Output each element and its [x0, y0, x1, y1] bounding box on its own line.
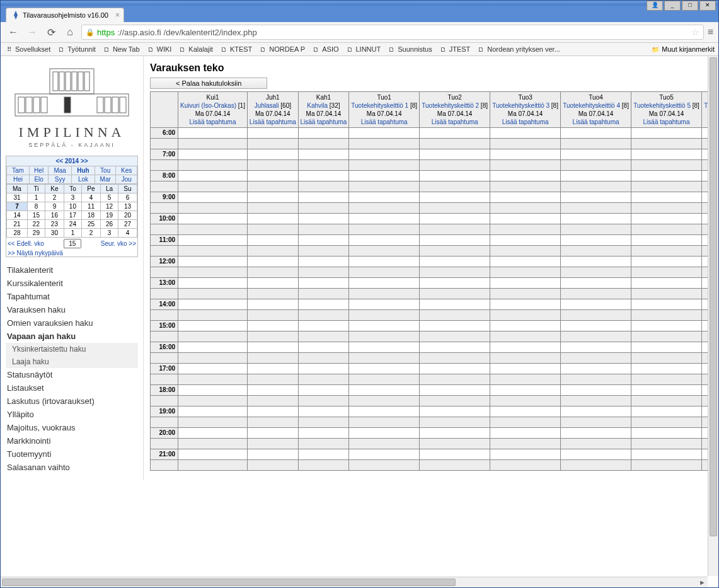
time-slot[interactable] — [631, 439, 702, 449]
time-slot[interactable] — [349, 139, 420, 149]
room-header[interactable]: Juh1Juhlasali [60]Ma 07.04.14Lisää tapah… — [248, 92, 299, 128]
time-slot[interactable] — [631, 182, 702, 192]
day-cell[interactable]: 29 — [27, 229, 45, 238]
time-slot[interactable] — [349, 331, 420, 342]
day-cell[interactable]: 5 — [100, 193, 118, 202]
room-header[interactable]: Tuo4Tuotekehityskeittiö 4 [8]Ma 07.04.14… — [561, 92, 631, 128]
time-slot[interactable] — [349, 310, 420, 321]
nav-item[interactable]: Laaja haku — [6, 355, 138, 368]
time-slot[interactable] — [490, 417, 561, 428]
time-slot[interactable] — [349, 406, 420, 417]
time-slot[interactable] — [248, 267, 299, 278]
time-slot[interactable] — [561, 310, 631, 321]
time-slot[interactable] — [298, 257, 349, 267]
time-slot[interactable] — [490, 396, 561, 406]
time-slot[interactable] — [178, 235, 248, 246]
time-slot[interactable] — [631, 192, 702, 203]
time-slot[interactable] — [490, 278, 561, 289]
time-slot[interactable] — [631, 257, 702, 267]
time-slot[interactable] — [349, 289, 420, 299]
bookmark-item[interactable]: ⠿Sovellukset — [4, 45, 50, 54]
time-slot[interactable] — [349, 214, 420, 224]
time-slot[interactable] — [298, 310, 349, 321]
time-slot[interactable] — [631, 385, 702, 396]
day-cell[interactable]: 11 — [81, 202, 100, 211]
time-slot[interactable] — [631, 428, 702, 439]
day-cell[interactable]: 19 — [100, 211, 118, 220]
time-slot[interactable] — [490, 160, 561, 171]
time-slot[interactable] — [178, 374, 248, 385]
time-slot[interactable] — [561, 149, 631, 160]
day-cell[interactable]: 30 — [45, 229, 64, 238]
time-slot[interactable] — [178, 278, 248, 289]
time-slot[interactable] — [420, 160, 490, 171]
time-slot[interactable] — [349, 246, 420, 257]
day-cell[interactable]: 31 — [7, 193, 28, 202]
time-slot[interactable] — [248, 439, 299, 449]
day-cell[interactable]: 6 — [118, 193, 137, 202]
time-slot[interactable] — [298, 449, 349, 460]
time-slot[interactable] — [248, 182, 299, 192]
time-slot[interactable] — [420, 299, 490, 310]
time-slot[interactable] — [349, 428, 420, 439]
time-slot[interactable] — [420, 342, 490, 353]
time-slot[interactable] — [349, 342, 420, 353]
time-slot[interactable] — [349, 449, 420, 460]
time-slot[interactable] — [248, 331, 299, 342]
month-cell[interactable]: Syy — [49, 175, 72, 184]
time-slot[interactable] — [298, 396, 349, 406]
time-slot[interactable] — [298, 128, 349, 139]
time-slot[interactable] — [349, 299, 420, 310]
time-slot[interactable] — [561, 385, 631, 396]
time-slot[interactable] — [349, 374, 420, 385]
time-slot[interactable] — [561, 182, 631, 192]
time-slot[interactable] — [178, 149, 248, 160]
time-slot[interactable] — [420, 214, 490, 224]
time-slot[interactable] — [420, 396, 490, 406]
time-slot[interactable] — [178, 257, 248, 267]
time-slot[interactable] — [178, 321, 248, 331]
room-header[interactable]: Kah1Kahvila [32]Ma 07.04.14Lisää tapahtu… — [298, 92, 349, 128]
time-slot[interactable] — [561, 203, 631, 214]
time-slot[interactable] — [248, 321, 299, 331]
month-cell[interactable]: Kes — [116, 166, 137, 175]
time-slot[interactable] — [420, 353, 490, 364]
address-bar[interactable]: 🔒 https://asp.asio.fi/dev/kalenterit2/in… — [81, 25, 704, 40]
time-slot[interactable] — [420, 182, 490, 192]
time-slot[interactable] — [178, 331, 248, 342]
time-slot[interactable] — [490, 428, 561, 439]
time-slot[interactable] — [420, 310, 490, 321]
time-slot[interactable] — [561, 171, 631, 182]
time-slot[interactable] — [490, 182, 561, 192]
time-slot[interactable] — [420, 374, 490, 385]
time-slot[interactable] — [420, 128, 490, 139]
time-slot[interactable] — [298, 374, 349, 385]
time-slot[interactable] — [561, 353, 631, 364]
time-slot[interactable] — [490, 246, 561, 257]
time-slot[interactable] — [248, 203, 299, 214]
time-slot[interactable] — [490, 203, 561, 214]
time-slot[interactable] — [561, 364, 631, 374]
bookmark-item[interactable]: 🗋Työtunnit — [57, 45, 96, 54]
time-slot[interactable] — [561, 139, 631, 149]
time-slot[interactable] — [420, 139, 490, 149]
day-cell[interactable]: 7 — [7, 202, 28, 211]
day-cell[interactable]: 15 — [27, 211, 45, 220]
time-slot[interactable] — [349, 182, 420, 192]
time-slot[interactable] — [561, 278, 631, 289]
time-slot[interactable] — [561, 428, 631, 439]
time-slot[interactable] — [631, 460, 702, 471]
time-slot[interactable] — [298, 278, 349, 289]
time-slot[interactable] — [420, 449, 490, 460]
time-slot[interactable] — [490, 406, 561, 417]
time-slot[interactable] — [561, 289, 631, 299]
time-slot[interactable] — [631, 278, 702, 289]
time-slot[interactable] — [420, 171, 490, 182]
time-slot[interactable] — [248, 385, 299, 396]
bookmark-item[interactable]: 🗋WIKI — [146, 45, 172, 54]
time-slot[interactable] — [178, 353, 248, 364]
bookmark-item[interactable]: 🗋ASIO — [311, 45, 338, 54]
time-slot[interactable] — [490, 385, 561, 396]
time-slot[interactable] — [349, 224, 420, 235]
time-slot[interactable] — [248, 353, 299, 364]
